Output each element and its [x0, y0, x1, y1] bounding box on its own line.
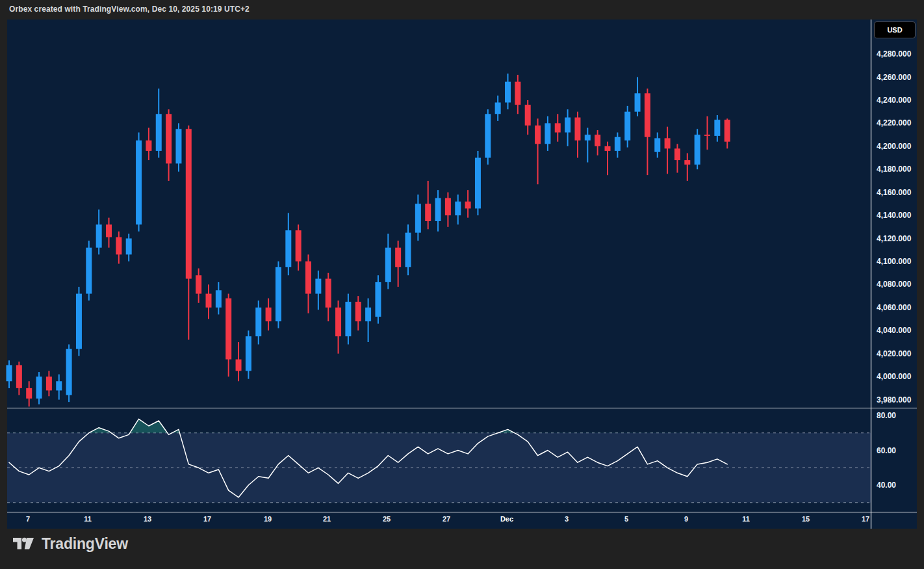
price-tick-label: 4,080.000 — [877, 279, 911, 289]
price-tick-label: 4,160.000 — [877, 187, 911, 198]
time-tick-label: 17 — [188, 515, 227, 523]
price-tick-label: 4,220.000 — [877, 118, 911, 128]
price-tick-label: 4,040.000 — [877, 325, 911, 336]
rsi-tick-label: 60.00 — [877, 445, 896, 456]
chart-panel — [7, 20, 917, 529]
footer-bar: TradingView — [0, 529, 924, 569]
time-scale[interactable]: 711131719212527Dec359111517 — [7, 512, 871, 529]
price-tick-label: 4,100.000 — [877, 256, 911, 267]
time-tick-label: 7 — [8, 515, 47, 523]
price-tick-label: 3,980.000 — [877, 395, 911, 405]
time-tick-label: 21 — [307, 515, 346, 523]
time-tick-label: 3 — [547, 515, 586, 523]
time-tick-label: 13 — [128, 515, 167, 523]
time-tick-label: Dec — [487, 515, 526, 523]
price-tick-label: 4,200.000 — [877, 141, 911, 152]
tradingview-logo[interactable]: TradingView — [13, 535, 128, 553]
time-tick-label: 5 — [607, 515, 646, 523]
time-tick-label: 9 — [667, 515, 706, 523]
price-tick-label: 4,000.000 — [877, 371, 911, 382]
rsi-tick-label: 80.00 — [877, 410, 896, 421]
tradingview-wordmark: TradingView — [42, 535, 128, 553]
rsi-tick-label: 40.00 — [877, 480, 896, 490]
header-bar: Orbex created with TradingView.com, Dec … — [0, 0, 924, 20]
time-tick-label: 25 — [367, 515, 406, 523]
time-tick-label: 11 — [726, 515, 765, 523]
tradingview-icon — [13, 536, 34, 551]
price-scale[interactable]: 4,280.0004,260.0004,240.0004,220.0004,20… — [871, 20, 917, 529]
currency-toggle-button[interactable]: USD — [874, 21, 916, 38]
price-tick-label: 4,240.000 — [877, 95, 911, 105]
price-tick-label: 4,020.000 — [877, 349, 911, 359]
price-tick-label: 4,140.000 — [877, 210, 911, 220]
price-tick-label: 4,060.000 — [877, 302, 911, 313]
price-tick-label: 4,180.000 — [877, 164, 911, 174]
chart-credit: Orbex created with TradingView.com, Dec … — [9, 5, 250, 14]
time-tick-label: 19 — [248, 515, 287, 523]
price-tick-label: 4,120.000 — [877, 233, 911, 244]
time-tick-label: 11 — [68, 515, 107, 523]
time-tick-label: 27 — [427, 515, 466, 523]
price-tick-label: 4,260.000 — [877, 72, 911, 83]
time-tick-label: 15 — [786, 515, 825, 523]
time-tick-label: 17 — [846, 515, 885, 523]
price-tick-label: 4,280.000 — [877, 49, 911, 59]
